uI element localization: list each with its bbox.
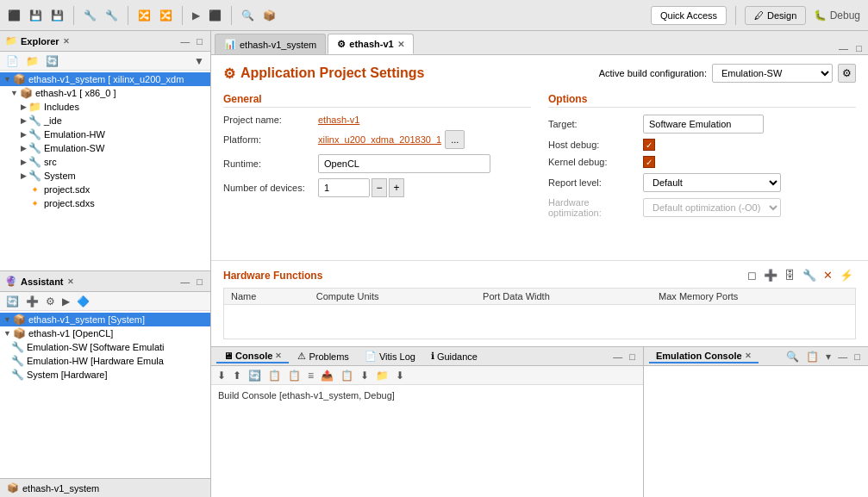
tab-ethash-close[interactable]: ✕: [397, 40, 404, 49]
platform-browse-btn[interactable]: ...: [445, 130, 465, 149]
hw-tb-btn-db[interactable]: 🗄: [782, 268, 798, 283]
host-debug-checkbox[interactable]: ✓: [643, 139, 655, 151]
hw-tb-btn-flash[interactable]: ⚡: [837, 268, 856, 283]
asst-item-v1[interactable]: ▼ 📦 ethash-v1 [OpenCL]: [0, 326, 210, 340]
config-settings-btn[interactable]: ⚙: [838, 64, 856, 83]
num-devices-row: Number of devices: − +: [223, 178, 531, 197]
emulation-maximize-btn[interactable]: □: [852, 350, 863, 363]
toolbar-icon-3[interactable]: 💾: [48, 9, 66, 22]
console-tb-export[interactable]: 📤: [318, 369, 336, 382]
tree-item-src[interactable]: ▶ 🔧 src: [0, 155, 210, 169]
emulation-search-btn[interactable]: 🔍: [784, 350, 802, 363]
debug-button[interactable]: 🐛 Debug: [811, 9, 863, 22]
num-devices-increment[interactable]: +: [389, 178, 404, 197]
toolbar-icon-1[interactable]: ⬛: [5, 9, 23, 22]
num-devices-decrement[interactable]: −: [372, 178, 387, 197]
asst-item-root[interactable]: ▼ 📦 ethash-v1_system [System]: [0, 313, 210, 326]
asst-run-btn[interactable]: ▶: [59, 295, 72, 308]
quick-access-button[interactable]: Quick Access: [651, 6, 727, 25]
tab-bar-maximize[interactable]: □: [853, 42, 865, 54]
tree-item-includes[interactable]: ▶ 📁 Includes: [0, 100, 210, 114]
hw-tb-btn-add[interactable]: ➕: [761, 268, 780, 283]
tab-bar-minimize[interactable]: —: [836, 42, 851, 54]
hw-optimization-select[interactable]: Default optimization (-O0): [643, 198, 781, 217]
console-tb-copy3[interactable]: 📋: [338, 369, 356, 382]
tab-ethash[interactable]: ⚙ ethash-v1 ✕: [328, 34, 413, 54]
project-name-value[interactable]: ethash-v1: [318, 115, 359, 125]
console-tb-menu[interactable]: ≡: [305, 369, 316, 382]
console-tb-down[interactable]: ⬇: [215, 369, 228, 382]
emulation-dropdown-btn[interactable]: ▾: [823, 350, 834, 363]
console-maximize-btn[interactable]: □: [627, 351, 638, 363]
toolbar-icon-10[interactable]: 📦: [260, 9, 278, 22]
tab-console[interactable]: 🖥 Console ✕: [216, 350, 289, 363]
assistant-minimize-btn[interactable]: —: [178, 276, 192, 288]
hw-tb-btn-settings[interactable]: 🔧: [800, 268, 819, 283]
tab-system[interactable]: 📊 ethash-v1_system: [215, 34, 326, 54]
asst-refresh-btn[interactable]: 🔄: [3, 295, 22, 308]
tab-vitis-log[interactable]: 📄 Vitis Log: [358, 350, 422, 363]
tree-item-system[interactable]: ▶ 🔧 System: [0, 169, 210, 183]
tree-item-emhw[interactable]: ▶ 🔧 Emulation-HW: [0, 127, 210, 141]
target-row: Target:: [548, 115, 856, 134]
emulation-copy-btn[interactable]: 📋: [803, 350, 821, 363]
asst-settings-btn[interactable]: ⚙: [43, 295, 58, 308]
project-name-row: Project name: ethash-v1: [223, 115, 531, 125]
toolbar-icon-7[interactable]: 🔀: [157, 9, 175, 22]
asst-add-btn[interactable]: ➕: [23, 295, 41, 308]
console-tb-copy2[interactable]: 📋: [285, 369, 303, 382]
tree-item-sdx[interactable]: ▶ 🔸 project.sdx: [0, 183, 210, 196]
toolbar-icon-4[interactable]: 🔧: [81, 9, 99, 22]
tree-item-ide[interactable]: ▶ 🔧 _ide: [0, 114, 210, 127]
asst-arrow-v1: ▼: [3, 329, 11, 338]
explorer-maximize-btn[interactable]: □: [194, 35, 205, 47]
console-tb-refresh[interactable]: 🔄: [246, 369, 264, 382]
explorer-minimize-btn[interactable]: —: [178, 35, 192, 47]
toolbar-icon-2[interactable]: 💾: [27, 9, 45, 22]
platform-value[interactable]: xilinx_u200_xdma_201830_1: [318, 134, 441, 145]
tree-item-root[interactable]: ▼ 📦 ethash-v1_system [ xilinx_u200_xdm: [0, 72, 210, 86]
asst-item-system[interactable]: ▶ 🔧 System [Hardware]: [0, 368, 210, 382]
asst-icon-btn[interactable]: 🔷: [74, 295, 92, 308]
tree-item-emsw[interactable]: ▶ 🔧 Emulation-SW: [0, 141, 210, 155]
num-devices-input[interactable]: [318, 178, 370, 197]
toolbar-icon-8[interactable]: ⬛: [206, 9, 224, 22]
hw-tb-btn-1[interactable]: ◻: [745, 268, 759, 283]
explorer-refresh-btn[interactable]: 🔄: [43, 54, 61, 68]
explorer-folder-btn[interactable]: 📁: [23, 54, 41, 68]
asst-item-emhw[interactable]: ▶ 🔧 Emulation-HW [Hardware Emula: [0, 354, 210, 368]
build-config-select[interactable]: Emulation-SW: [712, 64, 833, 83]
emulation-content: [644, 366, 868, 497]
report-level-select[interactable]: Default: [643, 173, 781, 192]
toolbar-icon-5[interactable]: 🔧: [103, 9, 121, 22]
tree-item-v1[interactable]: ▼ 📦 ethash-v1 [ x86_0 ]: [0, 86, 210, 100]
tab-emulation[interactable]: Emulation Console ✕: [649, 350, 759, 363]
hw-tb-btn-remove[interactable]: ✕: [821, 268, 835, 283]
toolbar-run-btn[interactable]: ▶: [190, 9, 203, 22]
hw-functions: Hardware Functions ◻ ➕ 🗄 🔧 ✕ ⚡: [211, 260, 868, 346]
explorer-collapse-btn[interactable]: ▼: [191, 54, 207, 68]
general-section: General Project name: ethash-v1 Platform…: [223, 93, 531, 223]
console-minimize-btn[interactable]: —: [610, 351, 625, 363]
explorer-new-btn[interactable]: 📄: [3, 54, 22, 68]
console-tb-up[interactable]: ⬆: [230, 369, 244, 382]
toolbar-icon-6[interactable]: 🔀: [135, 9, 153, 22]
assistant-maximize-btn[interactable]: □: [194, 276, 205, 288]
emulation-minimize-btn[interactable]: —: [835, 350, 850, 363]
target-input[interactable]: [643, 115, 764, 134]
arrow-emhw: ▶: [21, 130, 27, 139]
tab-problems[interactable]: ⚠ Problems: [290, 350, 355, 363]
toolbar-icon-9[interactable]: 🔍: [239, 9, 257, 22]
console-tb-dropdown[interactable]: ⬇: [358, 369, 372, 382]
console-tb-copy1[interactable]: 📋: [265, 369, 284, 382]
kernel-debug-checkbox[interactable]: ✓: [643, 156, 655, 168]
report-level-row: Report level: Default: [548, 173, 856, 192]
design-button[interactable]: 🖊 Design: [745, 6, 806, 25]
asst-item-emsw[interactable]: ▶ 🔧 Emulation-SW [Software Emulati: [0, 340, 210, 354]
emulation-tabs: Emulation Console ✕: [649, 350, 780, 363]
tab-guidance[interactable]: ℹ Guidance: [424, 350, 484, 363]
runtime-input[interactable]: [318, 154, 490, 173]
console-tb-down2[interactable]: ⬇: [393, 369, 407, 382]
tree-item-sdxs[interactable]: ▶ 🔸 project.sdxs: [0, 196, 210, 210]
console-tb-folder[interactable]: 📁: [373, 369, 391, 382]
